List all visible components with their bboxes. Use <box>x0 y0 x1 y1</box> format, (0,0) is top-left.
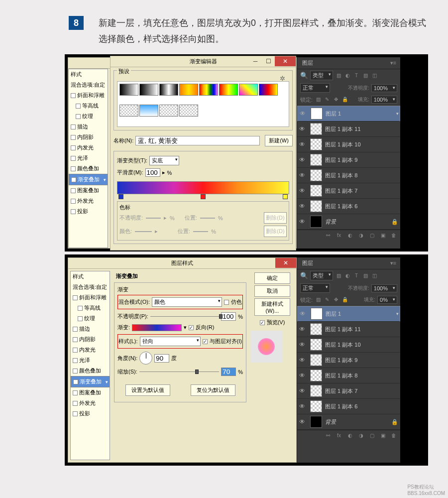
eye-icon[interactable]: 👁 <box>299 418 307 425</box>
lock-all-icon[interactable]: 🔒 <box>341 296 348 303</box>
filter-type-icon[interactable]: T <box>353 72 360 79</box>
style-item[interactable]: 图案叠加 <box>69 185 108 196</box>
gradient-type-select[interactable]: 实底 <box>149 156 179 165</box>
layer-thumbnail[interactable] <box>310 200 322 212</box>
layer-row[interactable]: 👁图层 1 副本 6 <box>297 199 400 214</box>
style-item[interactable]: 投影 <box>69 206 108 217</box>
dither-checkbox[interactable] <box>224 300 229 305</box>
style-select[interactable]: 径向 <box>140 337 201 346</box>
layer-row[interactable]: 👁图层 1 副本 8 <box>297 168 400 183</box>
color-stop[interactable] <box>201 194 206 199</box>
preset-swatch[interactable] <box>199 84 218 96</box>
checkbox[interactable] <box>71 93 76 98</box>
style-item[interactable]: 描边 <box>71 324 110 334</box>
layer-thumbnail[interactable] <box>310 123 322 135</box>
preset-swatch[interactable] <box>139 84 158 96</box>
group-icon[interactable]: ▢ <box>368 432 375 439</box>
scale-input[interactable] <box>221 368 236 376</box>
style-item[interactable]: 描边 <box>69 122 108 132</box>
new-button[interactable]: 新建(W) <box>265 135 293 146</box>
gear-icon[interactable]: ✲ <box>280 75 285 82</box>
eye-icon[interactable]: 👁 <box>300 110 308 117</box>
checkbox[interactable] <box>73 295 78 300</box>
checkbox[interactable] <box>71 156 76 161</box>
layer-thumbnail[interactable] <box>310 138 322 150</box>
angle-input[interactable] <box>154 354 169 363</box>
fill-adj-icon[interactable]: ◑ <box>357 232 364 239</box>
eye-icon[interactable]: 👁 <box>299 357 307 364</box>
lock-transparency-icon[interactable]: ▨ <box>315 296 322 303</box>
layer-thumbnail[interactable] <box>310 400 322 412</box>
eye-icon[interactable]: 👁 <box>299 141 307 148</box>
checkbox[interactable] <box>73 401 78 406</box>
eye-icon[interactable]: 👁 <box>299 326 307 333</box>
filter-type-icon[interactable]: ▨ <box>335 72 342 79</box>
checkbox[interactable] <box>71 199 76 204</box>
eye-icon[interactable]: 👁 <box>299 187 307 194</box>
fill-input[interactable]: 100% <box>371 96 397 104</box>
lock-paint-icon[interactable]: ✎ <box>324 96 331 103</box>
style-item[interactable]: 外发光 <box>69 196 108 206</box>
layer-thumbnail[interactable] <box>310 416 322 428</box>
filter-type-icon[interactable]: ▧ <box>362 72 369 79</box>
checkbox[interactable] <box>78 316 83 321</box>
checkbox[interactable] <box>71 124 76 129</box>
eye-icon[interactable]: 👁 <box>299 341 307 348</box>
style-item[interactable]: 斜面和浮雕 <box>69 90 108 101</box>
eye-icon[interactable]: 👁 <box>299 218 307 225</box>
fx-icon[interactable]: fx <box>336 232 342 239</box>
filter-icon[interactable]: 🔍 <box>300 272 308 279</box>
reverse-checkbox[interactable] <box>189 325 194 330</box>
style-item-gradient-overlay[interactable]: 渐变叠加 <box>69 174 108 185</box>
gradient-swatch[interactable] <box>132 324 182 331</box>
scale-slider[interactable] <box>139 372 219 372</box>
layer-thumbnail[interactable] <box>310 354 322 366</box>
preset-swatch[interactable] <box>119 105 138 117</box>
angle-dial[interactable] <box>139 352 152 365</box>
eye-icon[interactable]: 👁 <box>299 203 307 210</box>
blend-mode-select[interactable]: 正常 <box>300 283 330 293</box>
close-button[interactable]: ✕ <box>275 56 296 66</box>
gradient-bar[interactable] <box>117 181 289 194</box>
smoothness-input[interactable] <box>145 168 160 177</box>
style-item[interactable]: 图案叠加 <box>71 387 110 398</box>
filter-icon[interactable]: 🔍 <box>300 72 308 79</box>
filter-kind-select[interactable]: 类型 <box>310 271 333 280</box>
filter-type-icon[interactable]: T <box>353 272 360 279</box>
dialog-titlebar[interactable]: 图层样式 ✕ <box>68 258 296 269</box>
checkbox[interactable] <box>73 358 78 363</box>
layer-row[interactable]: 👁背景🔒 <box>297 414 400 430</box>
mask-icon[interactable]: ◐ <box>346 432 353 439</box>
eye-icon[interactable]: 👁 <box>300 310 308 317</box>
style-item[interactable]: 内阴影 <box>69 132 108 142</box>
link-icon[interactable]: ⚯ <box>325 232 332 239</box>
layer-row[interactable]: 👁图层 1 副本 11 <box>297 122 400 137</box>
style-item[interactable]: 纹理 <box>69 111 108 122</box>
preset-swatch[interactable] <box>159 84 178 96</box>
filter-type-icon[interactable]: ◐ <box>344 272 351 279</box>
style-blend-options[interactable]: 混合选项:自定 <box>69 80 108 90</box>
style-item[interactable]: 颜色叠加 <box>71 366 110 376</box>
eye-icon[interactable]: 👁 <box>299 125 307 132</box>
color-stop[interactable] <box>283 194 288 199</box>
style-item-gradient-overlay[interactable]: 渐变叠加 <box>71 376 110 387</box>
blend-mode-select[interactable]: 正常 <box>300 83 330 93</box>
filter-type-icon[interactable]: ◫ <box>371 72 378 79</box>
panel-tabs[interactable]: 图层▾≡ <box>297 257 400 269</box>
filter-type-icon[interactable]: ▨ <box>335 272 342 279</box>
minimize-button[interactable]: ─ <box>249 56 262 66</box>
lock-position-icon[interactable]: ✥ <box>333 296 339 303</box>
blend-mode-select[interactable]: 颜色 <box>152 297 222 307</box>
layer-thumbnail[interactable] <box>310 169 322 181</box>
layer-thumbnail[interactable] <box>310 216 322 228</box>
style-item[interactable]: 等高线 <box>69 101 108 111</box>
link-icon[interactable]: ⚯ <box>325 432 332 439</box>
new-style-button[interactable]: 新建样式(W)... <box>254 298 290 316</box>
layer-row[interactable]: 👁图层 1 副本 8 <box>297 368 400 383</box>
eye-icon[interactable]: 👁 <box>299 387 307 394</box>
preset-swatch[interactable] <box>119 84 138 96</box>
fx-icon[interactable]: fx <box>336 432 342 439</box>
fill-input[interactable]: 0% <box>377 296 397 304</box>
panel-menu-icon[interactable]: ▾≡ <box>386 258 400 268</box>
style-item[interactable]: 外发光 <box>71 398 110 408</box>
